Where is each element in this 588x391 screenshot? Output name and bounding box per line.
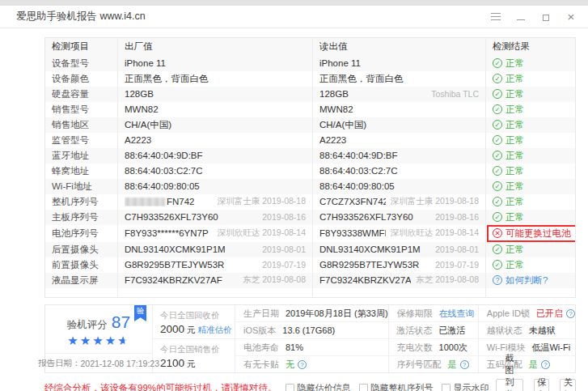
footer-checkbox[interactable]: 隐藏整机序列号 (359, 382, 434, 391)
info-value: 已激活 (439, 325, 466, 337)
device-info-column-1: 生产日期2019年08月18日 (第33周)iOS版本13.6 (17G68)电… (235, 305, 389, 372)
footer-bar: 经综合分析，该设备有99%的可能拆过机，请谨慎对待。 隐藏估价信息隐藏整机序列号… (0, 379, 588, 391)
factory-note: 东芝 2019-08-08 (243, 274, 306, 286)
result-badge: ✓正常 (493, 181, 524, 193)
factory-note: 2019-07-19 (262, 260, 306, 270)
info-label: 充电次数 (397, 342, 433, 354)
check-circle-icon: ✓ (493, 181, 502, 191)
accurate-estimate-link[interactable]: 精准估价 (197, 325, 231, 334)
report-body: 检测项目 出厂值 读出值 检测结果 设备型号iPhone 11iPhone 11… (0, 28, 588, 373)
factory-cell: CH/A(中国) (118, 117, 313, 133)
x-circle-icon: ✕ (493, 228, 502, 238)
table-row: 整机序列号FN742深圳富士康 2019-08-18C7CZ7X3FN742深圳… (45, 194, 576, 210)
info-value[interactable]: 在线查询 (439, 308, 475, 320)
price-label: 今日全国回收价 (160, 310, 235, 321)
info-row: Apple ID锁已开启? (479, 305, 575, 321)
result-badge: ✓正常 (493, 88, 524, 100)
window-top-strip (0, 0, 588, 6)
read-note: 东芝 2019-08-08 (416, 274, 479, 286)
read-cell: 正面黑色，背面白色 (313, 71, 486, 87)
info-label: 生产日期 (243, 308, 279, 320)
info-label: 越狱状态 (487, 325, 522, 337)
info-row: 五码匹配是? (479, 355, 575, 372)
info-label: 有无卡贴 (243, 359, 279, 371)
screenshot-to-clipboard-button[interactable]: 截图到剪贴板 (496, 379, 523, 391)
close-button[interactable]: 关闭 (560, 379, 576, 391)
info-value: 已开启 (536, 308, 563, 320)
result-cell: ✓正常 (486, 242, 576, 257)
info-label: 激活状态 (397, 325, 433, 337)
factory-value: 88:64:40:04:9D:BF (125, 151, 306, 160)
result-text: 正常 (506, 73, 524, 85)
checkbox-icon[interactable] (359, 384, 368, 391)
star-rating: ★★★★★ (67, 334, 129, 346)
factory-note: 深圳富士康 2019-08-18 (218, 196, 306, 207)
read-cell: A2223 (313, 133, 486, 148)
help-icon[interactable]: ? (566, 309, 575, 318)
result-cell: ✓正常 (486, 179, 576, 194)
info-row: 充电次数1000次 (389, 338, 478, 355)
read-cell: F7C9324KBRZKV27AF东芝 2019-08-08 (313, 273, 486, 288)
row-label: 整机序列号 (45, 194, 118, 210)
star-icon: ★ (105, 334, 117, 346)
read-value: A2223 (319, 135, 479, 145)
info-value: 13.6 (17G68) (282, 325, 335, 335)
result-cell: ✓正常 (486, 133, 576, 148)
checkbox-icon[interactable] (442, 384, 451, 391)
price-cell: 今日全国回收价2000 元 精准估价 (153, 305, 235, 338)
result-badge: ✓正常 (493, 119, 524, 131)
info-row: iOS版本13.6 (17G68) (235, 321, 388, 338)
table-row: 电池序列号F8Y933******6YN7P深圳欣旺达 2019-08-14F8… (45, 225, 576, 242)
score-label: 验机评分 (67, 318, 108, 332)
help-icon[interactable]: ? (298, 360, 307, 369)
help-icon[interactable]: ? (541, 360, 550, 369)
info-value: 1000次 (439, 342, 467, 354)
check-circle-icon: ✓ (493, 244, 502, 254)
factory-cell: F7C9324KBRZKV27AF东芝 2019-08-08 (118, 273, 313, 288)
result-text: 正常 (506, 88, 524, 100)
read-value: F7C9324KBRZKV27AF (319, 275, 411, 285)
read-note: Toshiba TLC (431, 89, 479, 99)
result-text: 正常 (506, 119, 524, 131)
read-value: 128GB (319, 89, 426, 99)
footer-checkbox[interactable]: 隐藏估价信息 (286, 382, 351, 391)
score-value: 87 (112, 312, 130, 332)
help-icon[interactable]: ? (460, 360, 469, 369)
device-info-column-3: Apple ID锁已开启?越狱状态未越狱Wi-Fi模块低温Wi-Fi五码匹配是? (479, 305, 575, 372)
redacted-serial (125, 198, 165, 206)
info-label: iOS版本 (243, 325, 276, 337)
row-label: 电池序列号 (45, 225, 118, 242)
read-cell: 88:64:40:04:9D:BF (313, 148, 486, 164)
result-cell: ✓正常 (486, 117, 576, 133)
factory-value: 128GB (125, 89, 306, 99)
close-icon[interactable]: × (565, 11, 577, 23)
restore-icon[interactable] (540, 11, 552, 23)
minimize-icon[interactable] (515, 11, 527, 23)
row-label: 销售地区 (45, 117, 118, 133)
table-filler-row (45, 288, 576, 298)
result-badge: ✕可能更换过电池 (487, 225, 576, 242)
read-note: 深圳富士康 2019-08-18 (391, 196, 479, 207)
result-cell: ✕可能更换过电池 (486, 225, 576, 242)
factory-value: 88:64:40:09:80:05 (125, 181, 306, 191)
factory-value: 88:64:40:03:C2:7C (125, 166, 306, 176)
table-row: 设备颜色正面黑色，背面白色正面黑色，背面白色✓正常 (45, 71, 576, 87)
check-circle-icon: ✓ (493, 58, 502, 68)
factory-value: CH/A(中国) (125, 119, 306, 131)
result-text: 正常 (506, 259, 524, 271)
window-title: 爱思助手验机报告 www.i4.cn (16, 10, 490, 23)
col-header-item: 检测项目 (45, 38, 118, 56)
factory-cell: 88:64:40:04:9D:BF (118, 148, 313, 164)
menu-icon[interactable] (490, 11, 501, 23)
factory-value: 正面黑色，背面白色 (125, 73, 306, 85)
checkbox-icon[interactable] (286, 384, 294, 391)
factory-value: DNL93140XCMK91P1M (125, 244, 257, 254)
save-button[interactable]: 保存 (534, 379, 550, 391)
factory-note: 2019-08-01 (262, 244, 306, 254)
footer-checkbox[interactable]: 显示水印 (442, 382, 489, 391)
how-to-judge-link[interactable]: ?如何判断? (493, 274, 548, 287)
read-cell: C7H933526XFL73Y602019-08-16 (313, 210, 486, 225)
read-note: 2019-08-01 (435, 244, 479, 254)
factory-value: FN742 (125, 197, 213, 206)
result-text: 正常 (506, 211, 524, 223)
